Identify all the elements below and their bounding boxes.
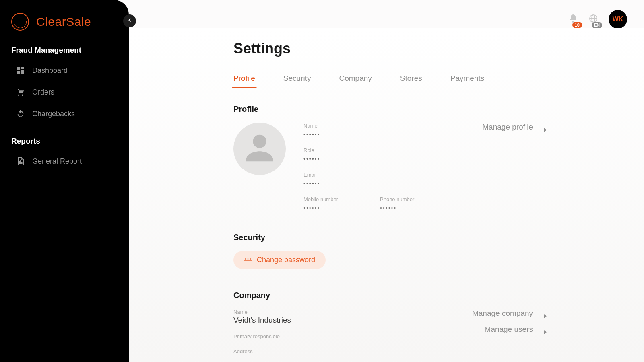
sidebar-item-label: Chargebacks xyxy=(32,110,75,118)
field-label-email: Email xyxy=(303,172,444,178)
field-value-mobile: •••••• xyxy=(303,205,368,211)
security-section-heading: Security xyxy=(233,233,547,242)
refresh-icon xyxy=(16,109,25,118)
brand-logo-icon xyxy=(11,13,29,31)
tab-company[interactable]: Company xyxy=(339,74,372,88)
sidebar-item-chargebacks[interactable]: Chargebacks xyxy=(0,103,129,125)
avatar-initials: WK xyxy=(613,16,623,23)
manage-users-label: Manage users xyxy=(485,325,533,334)
company-name-value: Veidt's Industries xyxy=(233,316,291,325)
language-selector[interactable]: EN xyxy=(588,14,598,25)
manage-company-label: Manage company xyxy=(472,309,533,318)
field-label-role: Role xyxy=(303,147,444,153)
sidebar: ClearSale Fraud Management Dashboard Ord… xyxy=(0,0,129,362)
brand-logo[interactable]: ClearSale xyxy=(0,10,129,34)
profile-avatar-placeholder xyxy=(233,123,286,175)
field-value-phone: •••••• xyxy=(380,205,444,211)
main-content: Settings Profile Security Company Stores… xyxy=(129,28,644,362)
user-avatar[interactable]: WK xyxy=(609,10,627,29)
manage-company-link[interactable]: Manage company xyxy=(472,309,547,318)
sidebar-item-label: Orders xyxy=(32,88,54,97)
password-icon xyxy=(244,256,252,264)
tab-payments[interactable]: Payments xyxy=(450,74,484,88)
sidebar-item-label: General Report xyxy=(32,157,82,166)
notifications-button[interactable]: 10 xyxy=(568,14,578,25)
field-label-phone: Phone number xyxy=(380,196,444,202)
field-label-name: Name xyxy=(303,123,444,129)
profile-section-heading: Profile xyxy=(233,105,547,114)
language-badge: EN xyxy=(592,22,602,28)
settings-tabs: Profile Security Company Stores Payments xyxy=(233,74,547,88)
company-name-label: Name xyxy=(233,309,291,315)
field-value-role: •••••• xyxy=(303,156,444,162)
manage-profile-label: Manage profile xyxy=(482,123,533,132)
field-value-email: •••••• xyxy=(303,180,444,187)
sidebar-item-general-report[interactable]: General Report xyxy=(0,150,129,172)
svg-point-1 xyxy=(247,258,248,259)
report-icon xyxy=(16,157,25,166)
sidebar-section-title: Reports xyxy=(0,125,129,150)
tab-stores[interactable]: Stores xyxy=(400,74,422,88)
chevron-right-icon xyxy=(543,125,547,129)
tab-security[interactable]: Security xyxy=(283,74,311,88)
company-primary-responsible-label: Primary responsible xyxy=(233,333,291,339)
dashboard-icon xyxy=(16,66,25,75)
field-label-mobile: Mobile number xyxy=(303,196,368,202)
sidebar-item-orders[interactable]: Orders xyxy=(0,81,129,103)
svg-point-0 xyxy=(245,258,246,259)
chevron-right-icon xyxy=(543,327,547,331)
company-address-label: Address xyxy=(233,348,291,354)
svg-rect-3 xyxy=(244,260,252,261)
sidebar-item-label: Dashboard xyxy=(32,66,68,75)
sidebar-section-title: Fraud Management xyxy=(0,34,129,60)
field-value-name: •••••• xyxy=(303,131,444,138)
manage-users-link[interactable]: Manage users xyxy=(485,325,547,334)
manage-profile-link[interactable]: Manage profile xyxy=(482,123,547,132)
brand-name: ClearSale xyxy=(36,15,91,29)
cart-icon xyxy=(16,88,25,97)
person-icon xyxy=(239,128,280,170)
svg-point-2 xyxy=(250,258,251,259)
company-section-heading: Company xyxy=(233,291,547,300)
change-password-button[interactable]: Change password xyxy=(233,251,326,269)
chevron-right-icon xyxy=(543,311,547,315)
change-password-label: Change password xyxy=(257,256,315,264)
sidebar-item-dashboard[interactable]: Dashboard xyxy=(0,60,129,81)
tab-profile[interactable]: Profile xyxy=(233,74,255,88)
notification-count-badge: 10 xyxy=(572,22,582,28)
page-title: Settings xyxy=(233,40,547,57)
